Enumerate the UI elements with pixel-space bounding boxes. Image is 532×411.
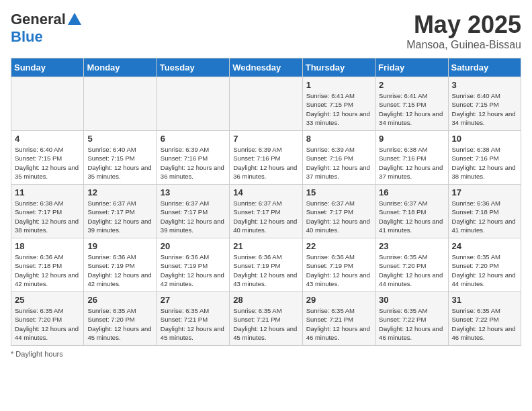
calendar-cell: 16Sunrise: 6:37 AMSunset: 7:18 PMDayligh… [375,185,448,238]
day-number: 20 [161,241,226,251]
footer-note: * Daylight hours [11,350,521,358]
cell-info: Sunrise: 6:36 AMSunset: 7:18 PMDaylight:… [452,199,517,234]
cell-info: Sunrise: 6:35 AMSunset: 7:21 PMDaylight:… [233,306,298,342]
calendar-cell: 5Sunrise: 6:40 AMSunset: 7:15 PMDaylight… [84,131,157,185]
logo: General Blue [11,11,81,46]
cell-info: Sunrise: 6:37 AMSunset: 7:17 PMDaylight:… [233,199,298,234]
cell-info: Sunrise: 6:37 AMSunset: 7:18 PMDaylight:… [379,199,444,234]
day-number: 19 [87,241,152,251]
day-number: 6 [161,134,226,144]
cell-info: Sunrise: 6:38 AMSunset: 7:17 PMDaylight:… [15,199,80,234]
dow-sunday: Sunday [11,58,84,77]
cell-info: Sunrise: 6:35 AMSunset: 7:21 PMDaylight:… [161,306,226,342]
calendar-cell: 20Sunrise: 6:36 AMSunset: 7:19 PMDayligh… [157,238,229,292]
day-number: 3 [452,80,517,90]
days-of-week-header: SundayMondayTuesdayWednesdayThursdayFrid… [11,58,521,77]
day-number: 11 [15,187,80,197]
day-number: 4 [15,134,80,144]
day-number: 12 [87,187,152,197]
page-header: General Blue May 2025 Mansoa, Guinea-Bis… [11,11,521,51]
calendar-cell: 9Sunrise: 6:38 AMSunset: 7:16 PMDaylight… [375,131,448,185]
cell-info: Sunrise: 6:36 AMSunset: 7:19 PMDaylight:… [306,253,371,288]
cell-info: Sunrise: 6:36 AMSunset: 7:19 PMDaylight:… [233,253,298,288]
calendar-cell: 12Sunrise: 6:37 AMSunset: 7:17 PMDayligh… [84,185,157,238]
calendar-cell [84,77,157,131]
calendar-cell: 6Sunrise: 6:39 AMSunset: 7:16 PMDaylight… [157,131,229,185]
calendar-week-5: 25Sunrise: 6:35 AMSunset: 7:20 PMDayligh… [11,292,521,346]
calendar-cell: 2Sunrise: 6:41 AMSunset: 7:15 PMDaylight… [375,77,448,131]
day-number: 15 [306,187,371,197]
calendar-cell: 27Sunrise: 6:35 AMSunset: 7:21 PMDayligh… [157,292,229,346]
day-number: 10 [452,134,517,144]
calendar-cell: 23Sunrise: 6:35 AMSunset: 7:20 PMDayligh… [375,238,448,292]
calendar-cell: 26Sunrise: 6:35 AMSunset: 7:20 PMDayligh… [84,292,157,346]
calendar-cell: 3Sunrise: 6:40 AMSunset: 7:15 PMDaylight… [448,77,521,131]
calendar-cell: 21Sunrise: 6:36 AMSunset: 7:19 PMDayligh… [230,238,302,292]
day-number: 27 [161,295,226,305]
day-number: 14 [233,187,298,197]
calendar-cell: 1Sunrise: 6:41 AMSunset: 7:15 PMDaylight… [302,77,375,131]
cell-info: Sunrise: 6:37 AMSunset: 7:17 PMDaylight:… [161,199,226,234]
calendar-cell [11,77,84,131]
day-number: 24 [452,241,517,251]
calendar-body: 1Sunrise: 6:41 AMSunset: 7:15 PMDaylight… [11,77,521,346]
day-number: 26 [87,295,152,305]
cell-info: Sunrise: 6:40 AMSunset: 7:15 PMDaylight:… [452,91,517,127]
day-number: 25 [15,295,80,305]
cell-info: Sunrise: 6:39 AMSunset: 7:16 PMDaylight:… [306,145,371,181]
calendar-cell: 18Sunrise: 6:36 AMSunset: 7:18 PMDayligh… [11,238,84,292]
day-number: 28 [233,295,298,305]
calendar-week-4: 18Sunrise: 6:36 AMSunset: 7:18 PMDayligh… [11,238,521,292]
cell-info: Sunrise: 6:38 AMSunset: 7:16 PMDaylight:… [452,145,517,181]
logo-general-text: General [11,11,66,28]
day-number: 23 [379,241,444,251]
dow-tuesday: Tuesday [157,58,229,77]
calendar-cell: 17Sunrise: 6:36 AMSunset: 7:18 PMDayligh… [448,185,521,238]
calendar-cell: 31Sunrise: 6:35 AMSunset: 7:22 PMDayligh… [448,292,521,346]
calendar-week-2: 4Sunrise: 6:40 AMSunset: 7:15 PMDaylight… [11,131,521,185]
calendar-cell: 15Sunrise: 6:37 AMSunset: 7:17 PMDayligh… [302,185,375,238]
calendar-cell: 28Sunrise: 6:35 AMSunset: 7:21 PMDayligh… [230,292,302,346]
cell-info: Sunrise: 6:38 AMSunset: 7:16 PMDaylight:… [379,145,444,181]
cell-info: Sunrise: 6:39 AMSunset: 7:16 PMDaylight:… [161,145,226,181]
cell-info: Sunrise: 6:37 AMSunset: 7:17 PMDaylight:… [87,199,152,234]
cell-info: Sunrise: 6:36 AMSunset: 7:19 PMDaylight:… [161,253,226,288]
day-number: 16 [379,187,444,197]
cell-info: Sunrise: 6:36 AMSunset: 7:19 PMDaylight:… [87,253,152,288]
daylight-hours-label: Daylight hours [15,350,62,358]
calendar-cell: 14Sunrise: 6:37 AMSunset: 7:17 PMDayligh… [230,185,302,238]
day-number: 8 [306,134,371,144]
day-number: 17 [452,187,517,197]
day-number: 13 [161,187,226,197]
calendar-cell: 30Sunrise: 6:35 AMSunset: 7:22 PMDayligh… [375,292,448,346]
day-number: 22 [306,241,371,251]
dow-friday: Friday [375,58,448,77]
day-number: 5 [87,134,152,144]
calendar-cell [230,77,302,131]
dow-thursday: Thursday [302,58,375,77]
cell-info: Sunrise: 6:40 AMSunset: 7:15 PMDaylight:… [15,145,80,181]
calendar-cell: 19Sunrise: 6:36 AMSunset: 7:19 PMDayligh… [84,238,157,292]
calendar-cell: 8Sunrise: 6:39 AMSunset: 7:16 PMDaylight… [302,131,375,185]
logo-blue-text: Blue [11,28,43,46]
calendar-cell: 10Sunrise: 6:38 AMSunset: 7:16 PMDayligh… [448,131,521,185]
calendar-week-1: 1Sunrise: 6:41 AMSunset: 7:15 PMDaylight… [11,77,521,131]
day-number: 29 [306,295,371,305]
cell-info: Sunrise: 6:35 AMSunset: 7:20 PMDaylight:… [379,253,444,288]
dow-wednesday: Wednesday [230,58,302,77]
page-subtitle: Mansoa, Guinea-Bissau [406,39,521,51]
day-number: 31 [452,295,517,305]
cell-info: Sunrise: 6:35 AMSunset: 7:22 PMDaylight:… [452,306,517,342]
calendar-table: SundayMondayTuesdayWednesdayThursdayFrid… [11,58,521,346]
calendar-cell: 11Sunrise: 6:38 AMSunset: 7:17 PMDayligh… [11,185,84,238]
calendar-cell: 13Sunrise: 6:37 AMSunset: 7:17 PMDayligh… [157,185,229,238]
day-number: 7 [233,134,298,144]
cell-info: Sunrise: 6:35 AMSunset: 7:22 PMDaylight:… [379,306,444,342]
cell-info: Sunrise: 6:39 AMSunset: 7:16 PMDaylight:… [233,145,298,181]
day-number: 2 [379,80,444,90]
cell-info: Sunrise: 6:36 AMSunset: 7:18 PMDaylight:… [15,253,80,288]
cell-info: Sunrise: 6:41 AMSunset: 7:15 PMDaylight:… [379,91,444,127]
calendar-week-3: 11Sunrise: 6:38 AMSunset: 7:17 PMDayligh… [11,185,521,238]
cell-info: Sunrise: 6:35 AMSunset: 7:21 PMDaylight:… [306,306,371,342]
calendar-cell: 25Sunrise: 6:35 AMSunset: 7:20 PMDayligh… [11,292,84,346]
